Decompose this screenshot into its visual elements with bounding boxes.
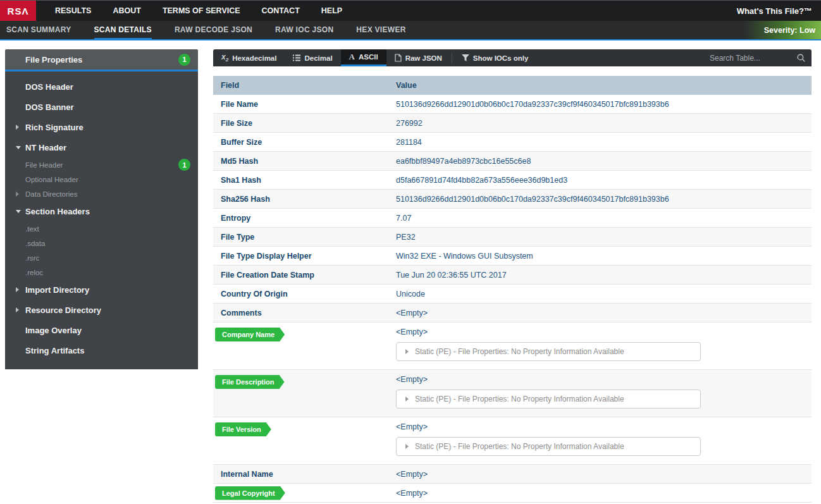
chevron-right-icon[interactable] [16,287,19,292]
tab-hex-viewer[interactable]: HEX VIEWER [356,21,405,40]
chevron-right-icon[interactable] [16,125,19,130]
sidebar-item-rich-signature[interactable]: Rich Signature [5,117,198,137]
tab-scan-details[interactable]: SCAN DETAILS [94,21,152,40]
table-row-file-creation-date-stamp: File Creation Date StampTue Jun 20 02:36… [213,266,812,285]
sidebar-item-label: Image Overlay [25,326,82,335]
value-text: Unicode [396,290,425,298]
table-body: File Name510136d9266dd12901d0b06b0c170da… [213,95,812,503]
table-row-file-size: File Size276992 [213,114,812,133]
tab-raw-ioc-json[interactable]: RAW IOC JSON [275,21,333,40]
sidebar-item-label: Resource Directory [25,305,101,315]
field-label: Comments [221,309,262,317]
sidebar-item-label: Data Directories [25,190,77,198]
toolbar-button-label: Show IOCs only [473,54,529,62]
field-label: Internal Name [221,470,273,479]
value-cell: 7.07 [396,209,812,227]
field-cell: File Type Display Helper [213,247,396,265]
rsa-logo[interactable]: RSΛ [0,1,36,21]
value-cell: 281184 [396,133,812,151]
toolbar-button-hexadecimal[interactable]: x2Hexadecimal [213,49,285,66]
table-row-legal-copyright: Legal Copyright<Empty> [213,484,812,503]
sidebar-item-label: Section Headers [25,207,90,216]
toolbar-button-raw-json[interactable]: Raw JSON [386,49,450,66]
tabs-container: SCAN SUMMARYSCAN DETAILSRAW DECODE JSONR… [0,21,406,39]
table-row-sha256-hash: Sha256 Hash510136d9266dd12901d0b06b0c170… [213,190,812,209]
sidebar-item-section-headers[interactable]: Section Headers [5,201,198,221]
chevron-down-icon[interactable] [16,146,21,149]
field-label: File Name [221,100,258,109]
tab-raw-decode-json[interactable]: RAW DECODE JSON [175,21,252,40]
value-cell: <Empty>Static (PE) - File Properties: No… [396,323,812,369]
table-row-country-of-origin: Country Of OriginUnicode [213,285,812,304]
table-row-md5-hash: Md5 Hashea6fbbf89497a4eb8973cbc16e55c6e8 [213,152,812,171]
table-row-comments: Comments<Empty> [213,304,812,323]
search-icon[interactable] [797,54,805,62]
field-cell: Comments [213,304,396,322]
static-pe-expander[interactable]: Static (PE) - File Properties: No Proper… [396,390,701,409]
sidebar-item-optional-header[interactable]: Optional Header [5,172,198,187]
toolbar-button-label: Hexadecimal [232,54,276,62]
sidebar-item-sdata[interactable]: .sdata [5,236,198,250]
chevron-right-icon[interactable] [16,307,19,312]
value-text: <Empty> [396,309,428,317]
sidebar-item-label: .rsrc [25,254,39,262]
sidebar-item-dos-header[interactable]: DOS Header [5,77,198,97]
toolbar-button-ascii[interactable]: AASCII [341,49,386,66]
value-cell: 510136d9266dd12901d0b06b0c170da92337c39c… [396,190,812,208]
sidebar-item-rsrc[interactable]: .rsrc [5,250,198,265]
value-cell: PE32 [396,228,812,246]
sidebar-item-label: NT Header [25,143,66,152]
value-text: <Empty> [396,328,428,336]
sidebar-item-import-directory[interactable]: Import Directory [5,280,198,300]
topnav-item-about[interactable]: ABOUT [113,6,140,15]
ioc-flag-badge: Company Name [215,328,285,341]
field-cell: File Creation Date Stamp [213,266,396,284]
sidebar-item-resource-directory[interactable]: Resource Directory [5,300,198,320]
value-text: PE32 [396,233,416,242]
sidebar-item-dos-banner[interactable]: DOS Banner [5,97,198,117]
expander-label: Static (PE) - File Properties: No Proper… [415,395,624,403]
column-header-value: Value [396,81,417,90]
tab-scan-summary[interactable]: SCAN SUMMARY [6,21,71,40]
topnav-item-terms-of-service[interactable]: TERMS OF SERVICE [163,6,240,15]
value-text: ea6fbbf89497a4eb8973cbc16e55c6e8 [396,157,531,166]
topnav-item-contact[interactable]: CONTACT [262,6,300,15]
sidebar-item-file-header[interactable]: File Header1 [5,157,198,172]
toolbar-button-decimal[interactable]: Decimal [285,49,340,66]
value-text: Tue Jun 20 02:36:55 UTC 2017 [396,271,507,280]
table-row-internal-name: Internal Name<Empty> [213,465,812,484]
search-input[interactable] [710,54,792,63]
field-label: Country Of Origin [221,290,288,298]
properties-table: Field Value File Name510136d9266dd12901d… [213,76,812,503]
value-text: <Empty> [396,375,428,384]
sidebar-item-image-overlay[interactable]: Image Overlay [5,320,198,340]
sidebar-item-label: File Properties [25,55,82,65]
sidebar-item-reloc[interactable]: .reloc [5,265,198,280]
value-cell: ea6fbbf89497a4eb8973cbc16e55c6e8 [396,152,812,170]
sidebar-item-label: File Header [25,161,63,169]
ioc-flag-badge: Legal Copyright [215,486,285,500]
sidebar-item-nt-header[interactable]: NT Header [5,137,198,157]
chevron-right-icon[interactable] [16,192,19,197]
field-cell: File Name [213,95,396,113]
chevron-down-icon[interactable] [16,210,21,213]
table-row-file-type: File TypePE32 [213,228,812,247]
expander-label: Static (PE) - File Properties: No Proper… [415,442,624,451]
value-text: d5fa667891d74fd4bb82a673a556eee36d9b1ed3 [396,176,567,185]
sidebar-item-string-artifacts[interactable]: String Artifacts [5,340,198,360]
sidebar-item-file-properties[interactable]: File Properties1 [5,49,198,71]
sidebar-item-data-directories[interactable]: Data Directories [5,187,198,201]
expander-label: Static (PE) - File Properties: No Proper… [415,347,624,356]
toolbar-button-show-iocs-only[interactable]: Show IOCs only [454,49,537,66]
field-cell: File Size [213,114,396,132]
topnav-item-results[interactable]: RESULTS [55,6,91,15]
static-pe-expander[interactable]: Static (PE) - File Properties: No Proper… [396,437,701,456]
topnav-item-help[interactable]: HELP [321,6,342,15]
value-cell: Unicode [396,285,812,303]
static-pe-expander[interactable]: Static (PE) - File Properties: No Proper… [396,342,701,361]
value-cell: <Empty>Static (PE) - File Properties: No… [396,370,812,417]
value-cell: 510136d9266dd12901d0b06b0c170da92337c39c… [396,95,812,113]
value-cell: d5fa667891d74fd4bb82a673a556eee36d9b1ed3 [396,171,812,189]
sidebar-item-text[interactable]: .text [5,221,198,236]
table-row-entropy: Entropy7.07 [213,209,812,228]
